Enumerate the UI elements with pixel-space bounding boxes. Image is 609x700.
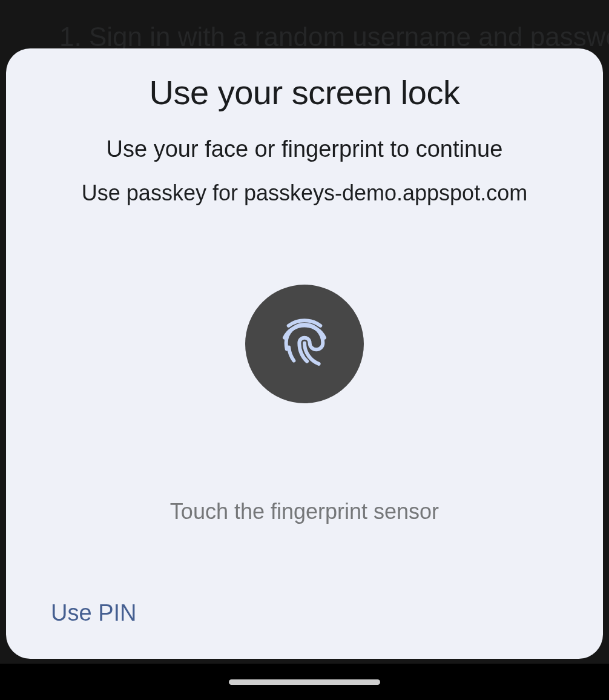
dialog-subtitle: Use your face or fingerprint to continue [6,136,603,162]
dialog-title: Use your screen lock [6,73,603,112]
dialog-passkey-domain: Use passkey for passkeys-demo.appspot.co… [6,180,603,206]
system-navigation-bar [0,664,609,700]
fingerprint-hint: Touch the fingerprint sensor [6,499,603,524]
fingerprint-sensor[interactable] [245,285,364,403]
fingerprint-icon [277,312,332,375]
biometric-prompt-dialog: Use your screen lock Use your face or fi… [6,48,603,659]
use-pin-button[interactable]: Use PIN [51,600,136,626]
home-handle[interactable] [229,679,380,685]
